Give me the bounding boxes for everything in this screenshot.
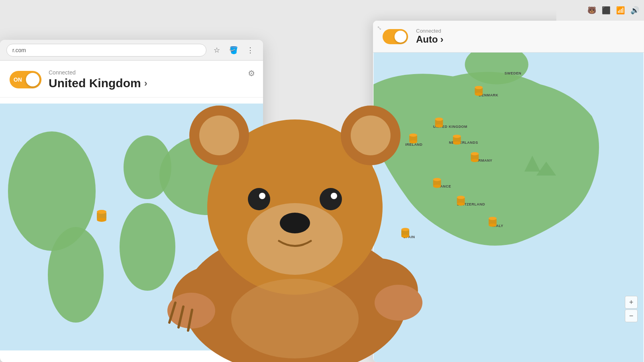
- star-icon: ☆: [214, 46, 220, 55]
- country-name[interactable]: United Kingdom ›: [49, 76, 147, 90]
- svg-point-16: [409, 133, 417, 137]
- connected-label: Connected: [49, 69, 147, 76]
- sweden-label: SWEDEN: [505, 71, 521, 75]
- france-server[interactable]: [433, 178, 441, 188]
- desktop-vpn-app: ⤡ Connected Auto › IRELAND: [373, 21, 644, 362]
- denmark-server[interactable]: [475, 86, 483, 96]
- svg-point-40: [401, 228, 409, 231]
- browser-map-area: [0, 98, 263, 356]
- svg-point-5: [159, 135, 255, 215]
- star-button[interactable]: ☆: [210, 44, 223, 57]
- svg-rect-10: [98, 212, 99, 220]
- settings-icon: ⚙: [248, 69, 255, 78]
- svg-point-37: [489, 217, 497, 220]
- svg-point-41: [401, 235, 409, 238]
- uk-server[interactable]: [435, 117, 443, 127]
- desktop-toggle-knob: [395, 31, 406, 43]
- desktop-connected-label: Connected: [416, 28, 444, 34]
- extension-icon: 🪣: [229, 46, 238, 55]
- netherlands-server[interactable]: [453, 135, 461, 145]
- menu-icon: ⋮: [247, 46, 254, 55]
- desktop-map-svg: IRELAND UNITED KINGDOM NETHERLANDS: [373, 53, 644, 362]
- svg-point-57: [320, 188, 342, 210]
- url-text: r.com: [12, 47, 26, 53]
- svg-point-34: [457, 196, 465, 199]
- switzerland-server[interactable]: [457, 196, 465, 206]
- desktop-vpn-toggle[interactable]: [383, 29, 408, 44]
- chevron-right-icon: ›: [144, 78, 147, 89]
- country-text: United Kingdom: [49, 76, 141, 90]
- svg-point-22: [453, 135, 461, 138]
- svg-point-38: [489, 223, 497, 227]
- vpn-toggle[interactable]: ON: [10, 71, 41, 88]
- wifi-tray-icon[interactable]: 📶: [616, 6, 625, 15]
- svg-point-59: [331, 193, 337, 199]
- desktop-chevron-icon: ›: [440, 34, 444, 45]
- italy-server[interactable]: [489, 217, 497, 227]
- extension-button[interactable]: 🪣: [227, 44, 240, 57]
- spain-server[interactable]: [401, 228, 409, 238]
- svg-point-35: [457, 203, 465, 206]
- zoom-out-button[interactable]: −: [625, 309, 638, 322]
- resize-handle[interactable]: ⤡: [377, 25, 382, 31]
- desktop-vpn-header: Connected Auto ›: [373, 21, 644, 53]
- volume-tray-icon[interactable]: 🔊: [630, 6, 639, 15]
- svg-point-60: [280, 213, 310, 233]
- vpn-bear-tray-icon[interactable]: 🐻: [587, 6, 596, 15]
- browser-extension-popup: r.com ☆ 🪣 ⋮ ON Connected United Kingdom …: [0, 40, 263, 362]
- svg-point-23: [453, 141, 461, 145]
- svg-point-2: [48, 227, 104, 323]
- desktop-mode-display[interactable]: Auto ›: [416, 34, 444, 45]
- svg-point-17: [409, 140, 417, 143]
- svg-point-20: [435, 124, 443, 127]
- svg-point-19: [435, 117, 443, 121]
- airplay-tray-icon[interactable]: ⬛: [602, 6, 611, 15]
- toggle-knob: [26, 73, 39, 86]
- zoom-controls: + −: [625, 296, 638, 322]
- browser-toolbar: r.com ☆ 🪣 ⋮: [0, 40, 263, 61]
- germany-server[interactable]: [471, 152, 479, 162]
- ireland-server[interactable]: [409, 133, 417, 143]
- svg-point-29: [471, 159, 479, 162]
- desktop-mode-text: Auto: [416, 34, 438, 45]
- svg-point-28: [471, 152, 479, 155]
- vpn-extension-panel: ON Connected United Kingdom › ⚙: [0, 61, 263, 98]
- zoom-in-button[interactable]: +: [625, 296, 638, 309]
- connection-info: Connected United Kingdom ›: [49, 69, 147, 90]
- svg-point-4: [120, 203, 175, 291]
- desktop-connection-info: Connected Auto ›: [416, 28, 444, 45]
- toggle-label: ON: [14, 76, 22, 83]
- desktop-map-area: IRELAND UNITED KINGDOM NETHERLANDS: [373, 53, 644, 362]
- server-marker-usa[interactable]: [97, 210, 106, 222]
- menu-button[interactable]: ⋮: [244, 44, 257, 57]
- settings-button[interactable]: ⚙: [248, 68, 255, 78]
- svg-point-31: [433, 178, 441, 181]
- svg-point-32: [433, 185, 441, 188]
- svg-point-26: [475, 93, 483, 96]
- system-tray: 🐻 ⬛ 📶 🔊: [556, 0, 644, 21]
- url-bar[interactable]: r.com: [6, 44, 206, 57]
- browser-map-svg: [0, 98, 263, 356]
- svg-point-25: [475, 86, 483, 89]
- svg-point-6: [199, 255, 247, 295]
